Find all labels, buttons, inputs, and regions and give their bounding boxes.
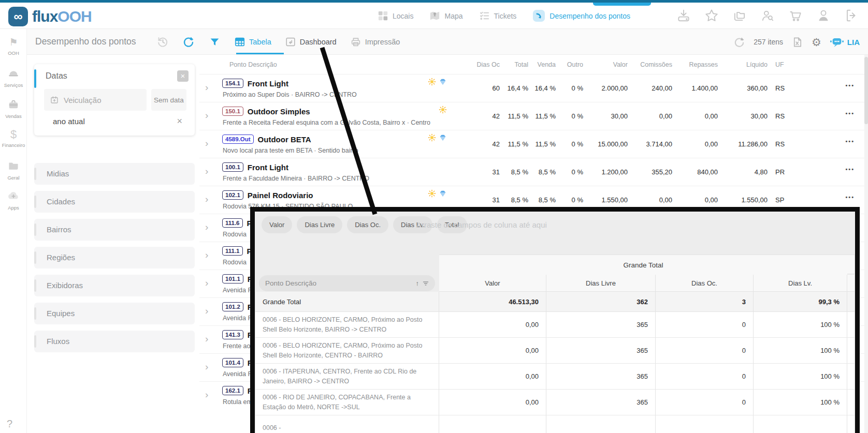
rail-item-apps[interactable]: Apps [0, 189, 27, 211]
cell-comissoes: 3.714,00 [626, 140, 672, 148]
col-comissoes[interactable]: Comissões [626, 61, 672, 68]
fluxooh-logo-icon: ∞ [8, 7, 28, 26]
point-code-badge: 150.1 [222, 107, 243, 116]
pivot-col-dias-oc[interactable]: Dias Oc. [656, 275, 754, 292]
filter-section-cidades[interactable]: Cidades [34, 191, 195, 213]
pivot-cell-dias-livre [546, 415, 656, 433]
row-menu-button[interactable]: ••• [845, 194, 855, 200]
pivot-cell-dias-oc: 0 [656, 338, 754, 364]
row-expand-chevron-icon[interactable]: › [205, 333, 208, 345]
field-chip-valor[interactable]: Valor [262, 216, 292, 233]
col-uf[interactable]: UF [775, 61, 784, 68]
pivot-group-header: Grande Total [439, 255, 847, 275]
row-expand-chevron-icon[interactable]: › [205, 138, 208, 149]
bulb-icon [428, 189, 436, 198]
filter-list-icon[interactable] [423, 280, 429, 287]
filter-section-regioes[interactable]: Regiões [34, 247, 195, 268]
cell-liquido: 11.286,00 [721, 140, 768, 148]
row-expand-chevron-icon[interactable]: › [205, 193, 208, 205]
row-menu-button[interactable]: ••• [845, 110, 855, 116]
filter-section-midias[interactable]: Midias [34, 163, 195, 185]
nav-tickets[interactable]: Tickets [479, 10, 517, 22]
sem-data-button[interactable]: Sem data [151, 89, 186, 111]
scrollbar-thumb[interactable] [864, 57, 868, 124]
row-expand-chevron-icon[interactable]: › [205, 82, 208, 93]
profile-icon[interactable] [816, 8, 831, 23]
pivot-row-field[interactable]: Ponto Descrição ↑ [259, 275, 435, 291]
row-menu-button[interactable]: ••• [845, 138, 855, 144]
cell-uf: SP [775, 196, 784, 204]
pivot-col-dias-livre[interactable]: Dias Livre [546, 275, 656, 292]
download-icon[interactable] [676, 8, 691, 23]
rail-item-ooh[interactable]: ⚑ OOH [0, 36, 27, 56]
printer-icon [350, 36, 361, 48]
pivot-cell-valor: 0,00 [439, 312, 546, 338]
history-icon[interactable] [156, 36, 169, 48]
tab-dashboard-label: Dashboard [300, 38, 337, 46]
row-menu-button[interactable]: ••• [845, 166, 855, 172]
sort-asc-icon[interactable]: ↑ [416, 279, 419, 287]
row-expand-chevron-icon[interactable]: › [205, 166, 208, 177]
reload-results-icon[interactable] [733, 36, 745, 48]
row-menu-button[interactable]: ••• [845, 82, 855, 88]
table-scrollbar[interactable] [864, 55, 868, 433]
datas-close-button[interactable]: × [177, 70, 189, 82]
row-expand-chevron-icon[interactable]: › [205, 110, 208, 121]
refresh-icon[interactable] [182, 36, 195, 48]
excel-export-icon[interactable] [791, 36, 803, 48]
filter-icon[interactable] [209, 37, 222, 49]
nav-locais[interactable]: Locais [377, 10, 413, 22]
pivot-total-label: Grande Total [255, 292, 439, 312]
row-expand-chevron-icon[interactable]: › [205, 249, 208, 261]
pivot-extra-col [847, 390, 855, 415]
row-expand-chevron-icon[interactable]: › [205, 305, 208, 317]
table-row[interactable]: › 154.1Front Light Próximo ao Super Dois… [199, 74, 868, 102]
pivot-col-dias-lv[interactable]: Dias Lv. [754, 275, 847, 292]
row-expand-chevron-icon[interactable]: › [205, 361, 208, 372]
tab-dashboard[interactable]: Dashboard [285, 36, 337, 48]
filter-section-exibidoras[interactable]: Exibidoras [34, 275, 195, 296]
row-expand-chevron-icon[interactable]: › [205, 277, 208, 289]
point-code-badge: 101.2 [222, 302, 243, 311]
user-search-icon[interactable] [760, 8, 775, 23]
table-row[interactable]: › 100.1Front Light Frente a Faculdade Mi… [199, 158, 868, 186]
fluxooh-logo[interactable]: ∞ fluxOOH [8, 7, 92, 26]
filter-section-equipes[interactable]: Equipes [34, 303, 195, 324]
veiculacao-date-field[interactable]: Veiculação [44, 89, 147, 111]
col-outro[interactable]: Outro [537, 61, 583, 68]
remove-date-filter-icon[interactable]: × [177, 116, 182, 127]
rail-item-geral[interactable]: Geral [0, 159, 27, 181]
rail-item-financeiro[interactable]: $ Financeiro [0, 128, 27, 148]
table-row[interactable]: › 4589.OutOutdoor BETA Novo local para t… [199, 130, 868, 158]
star-icon[interactable] [704, 8, 719, 23]
logout-icon[interactable] [844, 8, 859, 23]
col-valor[interactable]: Valor [581, 61, 628, 68]
point-code-badge: 111.6 [222, 218, 243, 228]
row-expand-chevron-icon[interactable]: › [205, 221, 208, 233]
rail-item-servicos[interactable]: Serviços [0, 67, 27, 88]
table-row[interactable]: › 150.1Outdoor Simples Frente a Receita … [199, 102, 868, 130]
nav-desempenho-dos-pontos[interactable]: Desempenho dos pontos [532, 9, 630, 23]
lia-assistant-button[interactable]: LIA [830, 37, 860, 48]
pivot-cell-dias-lv: 100 % [754, 312, 847, 338]
col-liquido[interactable]: Líquido [721, 61, 768, 68]
rail-item-vendas[interactable]: Vendas [0, 98, 27, 119]
help-button[interactable]: ? [7, 418, 12, 430]
gear-icon[interactable]: ⚙ [812, 37, 821, 48]
filter-section-fluxos[interactable]: Fluxos [34, 331, 195, 352]
pivot-cell-dias-lv: 100 % [754, 364, 847, 390]
nav-mapa[interactable]: Mapa [429, 10, 462, 22]
col-ponto-descricao[interactable]: Ponto Descrição [229, 61, 277, 68]
field-chip-dias-livre[interactable]: Dias Livre [297, 216, 342, 233]
cart-icon[interactable] [788, 8, 803, 23]
row-expand-chevron-icon[interactable]: › [205, 389, 208, 400]
filter-section-bairros[interactable]: Bairros [34, 219, 195, 241]
cloud-plus-icon [0, 191, 27, 203]
point-code-badge: 101.1 [222, 274, 243, 283]
tab-tabela[interactable]: Tabela [234, 36, 271, 48]
tab-impressao[interactable]: Impressão [350, 36, 400, 48]
pivot-col-valor[interactable]: Valor [439, 275, 546, 292]
folders-icon[interactable] [732, 8, 747, 23]
col-repasses[interactable]: Repasses [671, 61, 718, 68]
field-chip-dias-oc[interactable]: Dias Oc. [347, 216, 388, 233]
